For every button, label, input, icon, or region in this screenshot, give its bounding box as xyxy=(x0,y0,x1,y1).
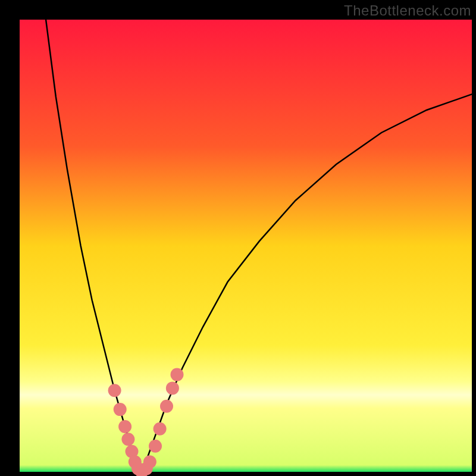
marker-dot xyxy=(149,440,162,453)
marker-dot xyxy=(114,403,127,416)
bottleneck-chart xyxy=(0,0,476,476)
marker-dot xyxy=(160,400,173,413)
marker-dot xyxy=(166,381,179,394)
marker-dot xyxy=(154,422,167,436)
marker-dot xyxy=(108,384,121,397)
marker-dot xyxy=(143,455,156,468)
plot-background xyxy=(20,20,472,472)
marker-dot xyxy=(171,368,184,381)
marker-dot xyxy=(121,433,134,446)
watermark-text: TheBottleneck.com xyxy=(344,2,471,19)
marker-dot xyxy=(118,420,131,433)
chart-frame: TheBottleneck.com xyxy=(0,0,476,476)
